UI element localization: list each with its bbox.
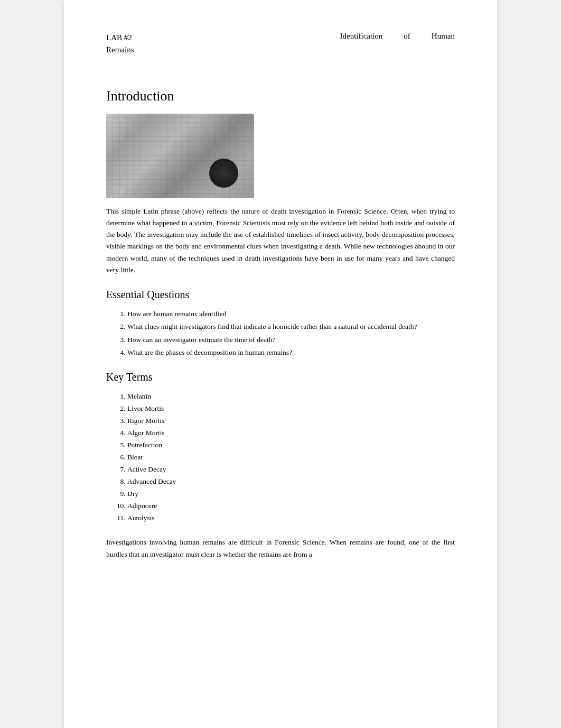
list-item: Melanin bbox=[127, 391, 455, 403]
title-right-block: Identification of Human bbox=[340, 32, 455, 41]
document-page: LAB #2 Remains Identification of Human I… bbox=[64, 0, 497, 728]
title-part2: of bbox=[404, 32, 410, 41]
document-header: LAB #2 Remains Identification of Human bbox=[106, 32, 455, 57]
list-item: Autolysis bbox=[127, 512, 455, 524]
essential-questions-list: How are human remains identified What cl… bbox=[106, 308, 455, 358]
latin-phrase-image bbox=[106, 114, 254, 198]
list-item: Bloat bbox=[127, 451, 455, 464]
key-terms-section: Key Terms Melanin Livor Mortis Rigor Mor… bbox=[106, 371, 455, 524]
introduction-title: Introduction bbox=[106, 88, 455, 104]
list-item: Algor Mortis bbox=[127, 427, 455, 439]
list-item: Putrefaction bbox=[127, 439, 455, 451]
lab-title-block: LAB #2 Remains bbox=[106, 32, 134, 57]
title-part1: Identification bbox=[340, 32, 383, 41]
bottom-paragraph: Investigations involving human remains a… bbox=[106, 537, 455, 560]
essential-questions-title: Essential Questions bbox=[106, 289, 455, 301]
introduction-section: Introduction This simple Latin phrase (a… bbox=[106, 88, 455, 277]
list-item: Active Decay bbox=[127, 464, 455, 476]
list-item: Rigor Mortis bbox=[127, 415, 455, 427]
introduction-body: This simple Latin phrase (above) reflect… bbox=[106, 206, 455, 277]
key-terms-title: Key Terms bbox=[106, 371, 455, 383]
list-item: Dry bbox=[127, 488, 455, 500]
essential-questions-section: Essential Questions How are human remain… bbox=[106, 289, 455, 358]
lab-subtitle: Remains bbox=[106, 44, 134, 56]
list-item: Livor Mortis bbox=[127, 403, 455, 415]
list-item: What are the phases of decomposition in … bbox=[127, 347, 455, 358]
list-item: How are human remains identified bbox=[127, 308, 455, 320]
lab-label: LAB #2 bbox=[106, 32, 134, 44]
list-item: Advanced Decay bbox=[127, 476, 455, 488]
title-part3: Human bbox=[432, 32, 455, 41]
list-item: What clues might investigators find that… bbox=[127, 321, 455, 333]
list-item: Adipocere bbox=[127, 500, 455, 512]
list-item: How can an investigator estimate the tim… bbox=[127, 334, 455, 346]
key-terms-list: Melanin Livor Mortis Rigor Mortis Algor … bbox=[106, 391, 455, 524]
